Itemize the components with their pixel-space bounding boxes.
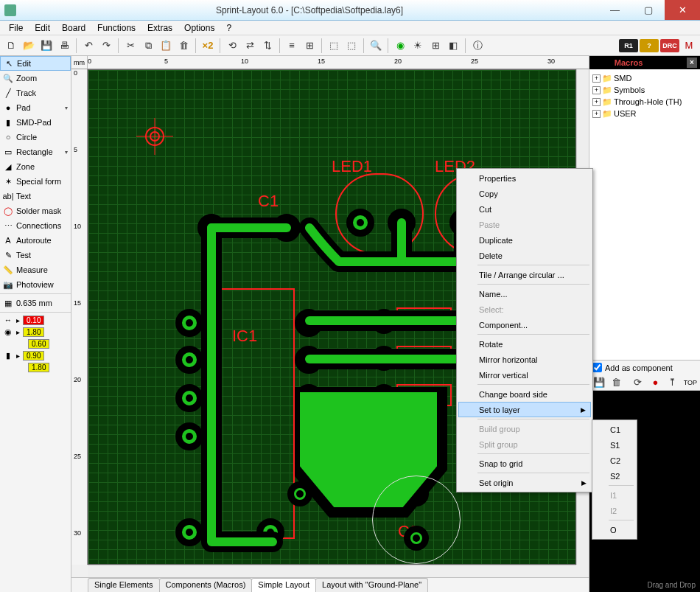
opt2-icon[interactable]: ☀ — [410, 38, 426, 54]
duplicate-icon[interactable]: ×2 — [200, 38, 216, 54]
add-as-component-checkbox[interactable] — [592, 363, 602, 372]
info-icon[interactable]: ⓘ — [469, 38, 486, 54]
ungroup-icon[interactable]: ⬚ — [343, 38, 360, 54]
close-button[interactable]: ✕ — [665, 0, 700, 20]
track-width-param[interactable]: ↔▸ 0.10 — [0, 314, 71, 326]
macros-tree[interactable]: +📁SMD+📁Symbols+📁Through-Hole (TH)+📁USER — [589, 69, 700, 360]
tool-rectangle[interactable]: ▭Rectangle▾ — [0, 144, 71, 159]
board-tab-2[interactable]: Simple Layout — [251, 578, 316, 592]
tool-special-form[interactable]: ✶Special form — [0, 174, 71, 189]
tool-test[interactable]: ✎Test — [0, 248, 71, 262]
minimize-button[interactable]: — — [598, 0, 631, 20]
menu-extras[interactable]: Extras — [141, 21, 178, 35]
badge-drc[interactable]: DRC — [660, 39, 679, 52]
sub-ctx-c1[interactable]: C1 — [594, 422, 635, 437]
board-tab-3[interactable]: Layout with "Ground-Plane" — [315, 578, 428, 592]
copy-icon[interactable]: ⧉ — [140, 38, 156, 54]
tree-item-user[interactable]: +📁USER — [592, 108, 697, 119]
ctx-properties[interactable]: Properties — [458, 170, 591, 186]
board-tab-1[interactable]: Components (Macros) — [159, 578, 253, 592]
macro-rec-icon[interactable]: ● — [649, 375, 662, 391]
context-menu[interactable]: PropertiesCopyCutPasteDuplicateDeleteTil… — [456, 168, 593, 492]
ctx-set-to-layer[interactable]: Set to layer▶ — [458, 402, 591, 417]
ctx-mirror-vertical[interactable]: Mirror vertical — [458, 367, 591, 383]
open-icon[interactable]: 📂 — [21, 38, 37, 54]
tool-smd-pad[interactable]: ▮SMD-Pad — [0, 115, 71, 130]
sub-ctx-o[interactable]: O — [594, 522, 635, 537]
pad-outer-param[interactable]: ◉▸ 1.80 — [0, 326, 71, 338]
align-icon[interactable]: ≡ — [284, 38, 300, 54]
rotate-icon[interactable]: ⟲ — [224, 38, 240, 54]
save-icon[interactable]: 💾 — [38, 38, 55, 54]
menu-file[interactable]: File — [3, 21, 29, 35]
tool-solder-mask[interactable]: ◯Solder mask — [0, 203, 71, 218]
sub-ctx-s1[interactable]: S1 — [594, 437, 635, 453]
tool-zone[interactable]: ◢Zone — [0, 159, 71, 174]
maximize-button[interactable]: ▢ — [631, 0, 665, 20]
redo-icon[interactable]: ↷ — [98, 38, 114, 54]
ctx-mirror-horizontal[interactable]: Mirror horizontal — [458, 352, 591, 367]
tool-photoview[interactable]: 📷Photoview — [0, 277, 71, 292]
tool-measure[interactable]: 📏Measure — [0, 262, 71, 277]
tool-zoom[interactable]: 🔍Zoom — [0, 71, 71, 86]
zoom-icon[interactable]: 🔍 — [368, 38, 384, 54]
delete-icon[interactable]: 🗑 — [175, 38, 192, 54]
ctx-name-[interactable]: Name... — [458, 286, 591, 302]
tree-item-through-hole-th-[interactable]: +📁Through-Hole (TH) — [592, 96, 697, 108]
ctx-component-[interactable]: Component... — [458, 317, 591, 332]
context-submenu-layers[interactable]: C1S1C2S2I1I2O — [592, 419, 637, 540]
menu-functions[interactable]: Functions — [91, 21, 141, 35]
grid-value-button[interactable]: ▦ 0.635 mm — [0, 296, 71, 310]
group-icon[interactable]: ⬚ — [326, 38, 342, 54]
macros-close-icon[interactable]: × — [687, 58, 697, 68]
cut-icon[interactable]: ✂ — [122, 38, 139, 54]
tool-pad[interactable]: ●Pad▾ — [0, 100, 71, 115]
snap-icon[interactable]: ⊞ — [301, 38, 318, 54]
pad-inner-param[interactable]: 0.60 — [0, 338, 71, 349]
smd-h-param[interactable]: 1.80 — [0, 361, 71, 373]
badge-r1[interactable]: R1 — [619, 39, 638, 52]
macros-toggle-icon[interactable]: M — [681, 38, 697, 54]
print-icon[interactable]: 🖶 — [56, 38, 72, 54]
tool-autoroute[interactable]: AAutoroute — [0, 233, 71, 248]
expand-icon[interactable]: + — [592, 110, 601, 118]
ctx-duplicate[interactable]: Duplicate — [458, 232, 591, 248]
scrollbar-horizontal[interactable] — [88, 565, 576, 577]
ctx-snap-to-grid[interactable]: Snap to grid — [458, 456, 591, 471]
ctx-tile-arrange-circular-[interactable]: Tile / Arrange circular ... — [458, 267, 591, 282]
badge-help[interactable]: ? — [640, 39, 659, 52]
expand-icon[interactable]: + — [592, 86, 601, 94]
ctx-delete[interactable]: Delete — [458, 248, 591, 263]
new-icon[interactable]: 🗋 — [3, 38, 19, 54]
sub-ctx-c2[interactable]: C2 — [594, 453, 635, 468]
macro-delete-icon[interactable]: 🗑 — [610, 375, 623, 391]
ctx-rotate[interactable]: Rotate — [458, 336, 591, 352]
tree-item-symbols[interactable]: +📁Symbols — [592, 84, 697, 96]
macro-refresh-icon[interactable]: ⟳ — [631, 375, 645, 391]
tool-circle[interactable]: ○Circle — [0, 130, 71, 144]
sub-ctx-s2[interactable]: S2 — [594, 468, 635, 484]
mirror-h-icon[interactable]: ⇄ — [242, 38, 258, 54]
expand-icon[interactable]: + — [592, 98, 601, 106]
opt3-icon[interactable]: ⊞ — [427, 38, 444, 54]
expand-icon[interactable]: + — [592, 74, 601, 83]
opt4-icon[interactable]: ◧ — [445, 38, 461, 54]
paste-icon[interactable]: 📋 — [158, 38, 174, 54]
macro-save-icon[interactable]: 💾 — [592, 375, 606, 391]
menu-board[interactable]: Board — [56, 21, 91, 35]
add-as-component[interactable]: Add as component — [589, 360, 700, 375]
ctx-copy[interactable]: Copy — [458, 186, 591, 201]
menu-options[interactable]: Options — [178, 21, 220, 35]
ctx-cut[interactable]: Cut — [458, 201, 591, 217]
board-tab-0[interactable]: Single Elements — [88, 578, 160, 592]
tool-edit[interactable]: ↖Edit — [0, 56, 71, 71]
macro-export-icon[interactable]: ⤒ — [666, 375, 679, 391]
tool-text[interactable]: ab|Text — [0, 189, 71, 203]
tool-connections[interactable]: ⋯Connections — [0, 218, 71, 233]
ctx-change-board-side[interactable]: Change board side — [458, 386, 591, 402]
tool-track[interactable]: ╱Track — [0, 86, 71, 100]
menu-edit[interactable]: Edit — [29, 21, 56, 35]
opt1-icon[interactable]: ◉ — [392, 38, 408, 54]
undo-icon[interactable]: ↶ — [80, 38, 97, 54]
tree-item-smd[interactable]: +📁SMD — [592, 72, 697, 84]
